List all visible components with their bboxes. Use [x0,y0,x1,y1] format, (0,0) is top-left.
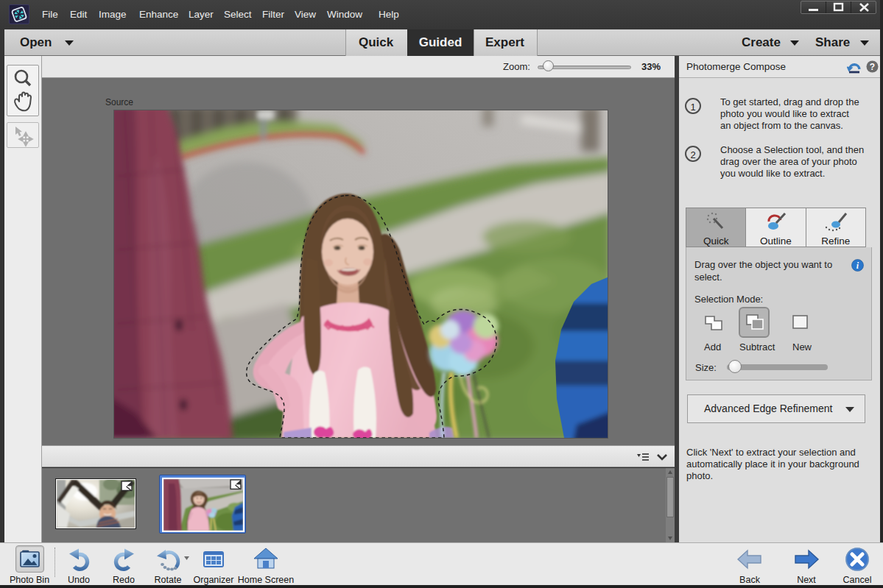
svg-text:?: ? [870,62,875,72]
